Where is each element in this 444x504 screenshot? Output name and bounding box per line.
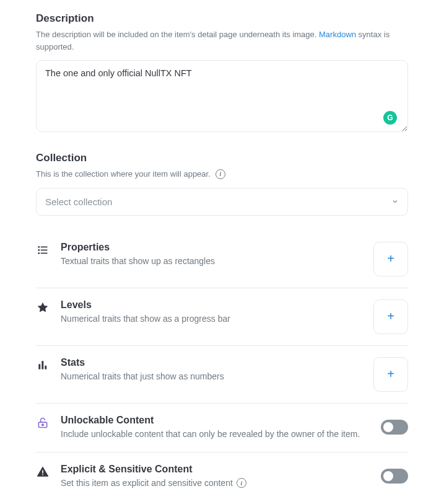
warning-icon [36,465,50,479]
trait-desc-levels: Numerical traits that show as a progress… [61,312,362,325]
toggle-unlockable[interactable] [381,420,408,435]
svg-rect-4 [38,252,40,254]
chevron-down-icon [391,198,399,205]
trait-title-unlockable: Unlockable Content [61,415,370,426]
description-textarea[interactable] [36,60,408,132]
description-subtitle: The description will be included on the … [36,29,408,53]
collection-select[interactable]: Select collection [36,188,408,216]
collection-subtitle-row: This is the collection where your item w… [36,168,408,180]
add-properties-button[interactable]: + [373,242,408,276]
collection-subtitle: This is the collection where your item w… [36,168,211,180]
trait-desc-explicit: Set this item as explicit and sensitive … [61,477,233,490]
info-icon[interactable]: i [237,478,246,488]
trait-desc-unlockable: Include unlockable content that can only… [61,428,370,441]
trait-desc-properties: Textual traits that show up as rectangle… [61,255,362,268]
trait-content-stats: Stats Numerical traits that just show as… [61,357,362,383]
trait-row-explicit: Explicit & Sensitive Content Set this it… [36,453,408,501]
trait-row-unlockable: Unlockable Content Include unlockable co… [36,404,408,453]
trait-content-properties: Properties Textual traits that show up a… [61,242,362,268]
trait-title-properties: Properties [61,242,362,253]
trait-content-unlockable: Unlockable Content Include unlockable co… [61,415,370,441]
add-stats-button[interactable]: + [373,357,408,392]
add-levels-button[interactable]: + [373,299,408,334]
svg-rect-7 [41,361,43,369]
description-subtitle-before: The description will be included on the … [36,30,319,39]
trait-title-explicit: Explicit & Sensitive Content [61,464,370,475]
svg-rect-5 [41,252,48,254]
svg-rect-2 [38,249,40,251]
description-section: Description The description will be incl… [36,12,408,135]
toggle-explicit[interactable] [381,469,408,484]
collection-select-placeholder: Select collection [45,197,112,207]
svg-point-10 [42,424,44,426]
collection-title: Collection [36,152,408,164]
trait-desc-explicit-row: Set this item as explicit and sensitive … [61,477,370,490]
star-icon [36,301,50,314]
toggle-knob [383,422,393,432]
toggle-knob [383,471,393,481]
grammarly-icon[interactable]: G [383,111,397,125]
svg-rect-11 [42,470,43,473]
svg-rect-6 [38,364,40,369]
collection-select-wrapper: Select collection [36,188,408,216]
collection-section: Collection This is the collection where … [36,152,408,216]
svg-rect-0 [38,246,40,248]
description-textarea-wrapper: G [36,60,408,135]
trait-row-properties: Properties Textual traits that show up a… [36,231,408,288]
trait-title-levels: Levels [61,299,362,311]
trait-content-explicit: Explicit & Sensitive Content Set this it… [61,464,370,490]
svg-rect-12 [42,474,43,475]
markdown-link[interactable]: Markdown [319,30,356,39]
trait-title-stats: Stats [61,357,362,368]
trait-desc-stats: Numerical traits that just show as numbe… [61,370,362,383]
stats-icon [36,358,50,372]
trait-list: Properties Textual traits that show up a… [36,231,408,501]
trait-content-levels: Levels Numerical traits that show as a p… [61,299,362,325]
svg-rect-1 [41,246,48,247]
list-icon [36,243,50,257]
lock-icon [36,416,50,430]
description-title: Description [36,12,408,25]
trait-row-levels: Levels Numerical traits that show as a p… [36,288,408,346]
svg-rect-8 [45,365,46,369]
info-icon[interactable]: i [215,169,225,179]
trait-row-stats: Stats Numerical traits that just show as… [36,346,408,404]
svg-rect-3 [41,249,48,250]
